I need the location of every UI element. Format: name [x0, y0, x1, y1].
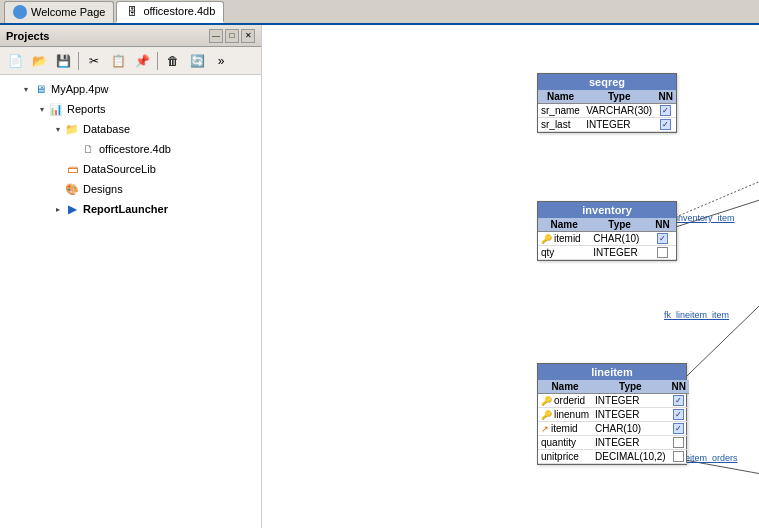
- launcher-icon: ▶: [64, 201, 80, 217]
- more-button[interactable]: »: [210, 50, 232, 72]
- pk-icon-2: 🔑: [541, 396, 552, 406]
- separator-2: [157, 52, 158, 70]
- table-seqreg-cols: Name Type NN sr_name VARCHAR(30) sr_last…: [538, 90, 676, 132]
- panel-controls: — □ ✕: [209, 29, 255, 43]
- main-area: Projects — □ ✕ 📄 📂 💾 ✂ 📋 📌 🗑 🔄 »: [0, 25, 759, 528]
- table-lineitem-header: lineitem: [538, 364, 686, 380]
- tab-db-label: officestore.4db: [143, 5, 215, 17]
- tab-welcome-label: Welcome Page: [31, 6, 105, 18]
- table-seqreg-header: seqreg: [538, 74, 676, 90]
- tree-label-reports: Reports: [67, 103, 106, 115]
- tree-item-designs[interactable]: ▸ 🎨 Designs: [0, 179, 261, 199]
- table-inventory-header: inventory: [538, 202, 676, 218]
- reports-icon: 📊: [48, 101, 64, 117]
- diagram-panel: fk_inventory_item fk_lineitem_item fk_li…: [262, 25, 759, 528]
- designs-icon: 🎨: [64, 181, 80, 197]
- datasource-icon: 🗃: [64, 161, 80, 177]
- panel-header: Projects — □ ✕: [0, 25, 261, 47]
- table-lineitem: lineitem Name Type NN 🔑orderid INTEGER 🔑…: [537, 363, 687, 465]
- tree-item-database[interactable]: ▾ 📁 Database: [0, 119, 261, 139]
- cut-button[interactable]: ✂: [83, 50, 105, 72]
- table-lineitem-cols: Name Type NN 🔑orderid INTEGER 🔑linenum I…: [538, 380, 686, 464]
- tree-arrow-database: ▾: [52, 123, 64, 135]
- save-button[interactable]: 💾: [52, 50, 74, 72]
- toolbar: 📄 📂 💾 ✂ 📋 📌 🗑 🔄 »: [0, 47, 261, 75]
- pk-icon-3: 🔑: [541, 410, 552, 420]
- tab-welcome[interactable]: Welcome Page: [4, 1, 114, 23]
- tree-item-officestore[interactable]: ▸ 🗋 officestore.4db: [0, 139, 261, 159]
- open-button[interactable]: 📂: [28, 50, 50, 72]
- copy-button[interactable]: 📋: [107, 50, 129, 72]
- tree-label-root: MyApp.4pw: [51, 83, 108, 95]
- tree-arrow-reports: ▾: [36, 103, 48, 115]
- project-tree: ▾ 🖥 MyApp.4pw ▾ 📊 Reports ▾ 📁 Database: [0, 75, 261, 528]
- tree-arrow-root: ▾: [20, 83, 32, 95]
- left-panel: Projects — □ ✕ 📄 📂 💾 ✂ 📋 📌 🗑 🔄 »: [0, 25, 262, 528]
- tree-arrow-datasourcelib: ▸: [52, 163, 64, 175]
- close-button[interactable]: ✕: [241, 29, 255, 43]
- project-icon: 🖥: [32, 81, 48, 97]
- table-seqreg: seqreg Name Type NN sr_name VARCHAR(30) …: [537, 73, 677, 133]
- pk-icon: 🔑: [541, 234, 552, 244]
- tree-arrow-reportlauncher: ▸: [52, 203, 64, 215]
- tree-label-reportlauncher: ReportLauncher: [83, 203, 168, 215]
- tree-label-datasourcelib: DataSourceLib: [83, 163, 156, 175]
- tree-label-database: Database: [83, 123, 130, 135]
- table-inventory: inventory Name Type NN 🔑itemid CHAR(10) …: [537, 201, 677, 261]
- fk-lineitem-item-label[interactable]: fk_lineitem_item: [664, 310, 729, 320]
- diagram-area: fk_inventory_item fk_lineitem_item fk_li…: [262, 25, 759, 528]
- tree-item-root[interactable]: ▾ 🖥 MyApp.4pw: [0, 79, 261, 99]
- tree-label-officestore: officestore.4db: [99, 143, 171, 155]
- db-file-icon: 🗋: [80, 141, 96, 157]
- separator-1: [78, 52, 79, 70]
- tree-arrow-designs: ▸: [52, 183, 64, 195]
- delete-button[interactable]: 🗑: [162, 50, 184, 72]
- refresh-button[interactable]: 🔄: [186, 50, 208, 72]
- tree-item-reports[interactable]: ▾ 📊 Reports: [0, 99, 261, 119]
- database-icon: 🗄: [125, 4, 139, 18]
- tree-label-designs: Designs: [83, 183, 123, 195]
- globe-icon: [13, 5, 27, 19]
- table-inventory-cols: Name Type NN 🔑itemid CHAR(10) qty INTEGE…: [538, 218, 676, 260]
- database-folder-icon: 📁: [64, 121, 80, 137]
- tab-bar: Welcome Page 🗄 officestore.4db: [0, 0, 759, 25]
- new-button[interactable]: 📄: [4, 50, 26, 72]
- minimize-button[interactable]: —: [209, 29, 223, 43]
- panel-title: Projects: [6, 30, 49, 42]
- tree-item-datasourcelib[interactable]: ▸ 🗃 DataSourceLib: [0, 159, 261, 179]
- maximize-button[interactable]: □: [225, 29, 239, 43]
- fk-icon: ↗: [541, 424, 549, 434]
- paste-button[interactable]: 📌: [131, 50, 153, 72]
- tree-arrow-officestore: ▸: [68, 143, 80, 155]
- tree-item-reportlauncher[interactable]: ▸ ▶ ReportLauncher: [0, 199, 261, 219]
- tab-db[interactable]: 🗄 officestore.4db: [116, 1, 224, 23]
